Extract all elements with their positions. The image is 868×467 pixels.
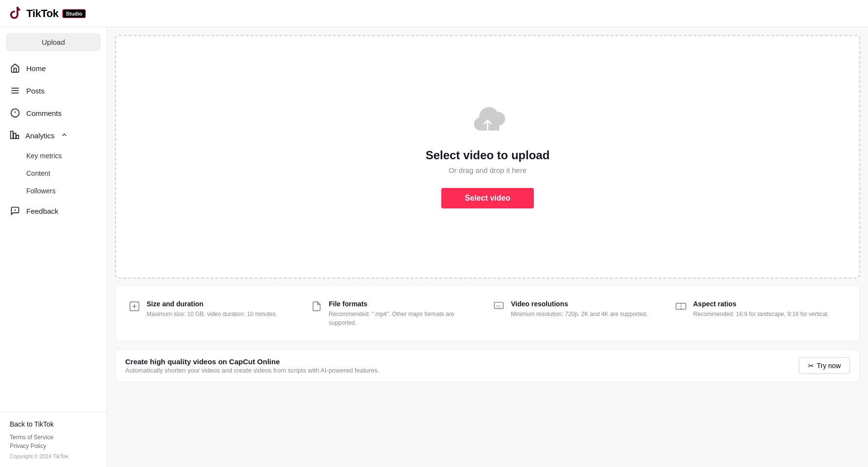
sidebar-item-feedback[interactable]: Feedback bbox=[0, 200, 107, 222]
analytics-icon bbox=[10, 130, 19, 141]
info-card-aspect-desc: Recommended: 16:9 for landscape, 9:16 fo… bbox=[693, 310, 829, 318]
terms-of-service-link[interactable]: Terms of Service bbox=[10, 434, 97, 441]
sidebar-footer: Back to TikTok Terms of Service Privacy … bbox=[0, 412, 107, 467]
sidebar-item-analytics[interactable]: Analytics bbox=[0, 124, 107, 147]
sidebar-item-home-label: Home bbox=[26, 64, 97, 73]
studio-badge: Studio bbox=[62, 9, 86, 18]
upload-dropzone[interactable]: Select video to upload Or drag and drop … bbox=[115, 35, 860, 279]
resolutions-icon: 720 bbox=[493, 301, 505, 313]
chevron-up-icon bbox=[60, 131, 68, 140]
info-card-aspect-content: Aspect ratios Recommended: 16:9 for land… bbox=[693, 300, 829, 318]
banner-text: Create high quality videos on CapCut Onl… bbox=[125, 357, 379, 374]
sidebar-item-comments-label: Comments bbox=[26, 109, 97, 117]
scissors-icon: ✂ bbox=[808, 362, 814, 370]
info-cards-container: Size and duration Maximum size: 10 GB, v… bbox=[115, 286, 860, 341]
banner-title: Create high quality videos on CapCut Onl… bbox=[125, 357, 379, 366]
back-to-tiktok-link[interactable]: Back to TikTok bbox=[10, 420, 97, 428]
logo-text: TikTok bbox=[26, 7, 58, 20]
info-card-size-title: Size and duration bbox=[147, 300, 277, 308]
sidebar-item-posts[interactable]: Posts bbox=[0, 79, 107, 102]
tiktok-logo-icon bbox=[8, 6, 23, 21]
info-card-resolutions: 720 Video resolutions Minimum resolution… bbox=[488, 296, 670, 331]
sidebar: Upload Home Posts bbox=[0, 27, 107, 467]
info-card-formats-title: File formats bbox=[329, 300, 482, 308]
svg-rect-7 bbox=[14, 133, 16, 139]
info-card-formats: File formats Recommended: ".mp4". Other … bbox=[305, 296, 488, 331]
info-card-resolutions-desc: Minimum resolution: 720p. 2K and 4K are … bbox=[511, 310, 648, 318]
home-icon bbox=[10, 63, 20, 74]
info-card-resolutions-content: Video resolutions Minimum resolution: 72… bbox=[511, 300, 648, 318]
sidebar-item-home[interactable]: Home bbox=[0, 57, 107, 79]
app-header: TikTok Studio bbox=[0, 0, 868, 27]
logo: TikTok Studio bbox=[8, 6, 86, 21]
sidebar-item-comments[interactable]: Comments bbox=[0, 102, 107, 124]
info-card-aspect: Aspect ratios Recommended: 16:9 for land… bbox=[670, 296, 852, 331]
analytics-submenu: Key metrics Content Followers bbox=[0, 147, 107, 200]
cloud-upload-icon bbox=[468, 105, 507, 139]
privacy-policy-link[interactable]: Privacy Policy bbox=[10, 443, 97, 449]
upload-button[interactable]: Upload bbox=[6, 33, 101, 51]
info-card-size: Size and duration Maximum size: 10 GB, v… bbox=[123, 296, 305, 331]
footer-links: Terms of Service Privacy Policy bbox=[10, 434, 97, 449]
upload-subtitle: Or drag and drop it here bbox=[449, 166, 527, 174]
info-card-formats-desc: Recommended: ".mp4". Other major formats… bbox=[329, 310, 482, 327]
posts-icon bbox=[10, 85, 20, 96]
upload-title: Select video to upload bbox=[426, 149, 550, 162]
svg-rect-8 bbox=[16, 135, 19, 139]
sidebar-item-posts-label: Posts bbox=[26, 87, 97, 95]
info-card-size-content: Size and duration Maximum size: 10 GB, v… bbox=[147, 300, 277, 318]
info-card-resolutions-title: Video resolutions bbox=[511, 300, 648, 308]
formats-icon bbox=[311, 301, 323, 313]
info-card-aspect-title: Aspect ratios bbox=[693, 300, 829, 308]
info-card-size-desc: Maximum size: 10 GB, video duration: 10 … bbox=[147, 310, 277, 318]
comments-icon bbox=[10, 108, 20, 118]
info-card-formats-content: File formats Recommended: ".mp4". Other … bbox=[329, 300, 482, 327]
select-video-button[interactable]: Select video bbox=[441, 188, 533, 208]
try-now-label: Try now bbox=[817, 362, 841, 370]
sidebar-item-content[interactable]: Content bbox=[0, 165, 107, 182]
copyright-text: Copyright © 2024 TikTok bbox=[10, 453, 97, 459]
sidebar-item-key-metrics[interactable]: Key metrics bbox=[0, 147, 107, 165]
sidebar-item-analytics-label: Analytics bbox=[25, 131, 55, 140]
capcut-banner: Create high quality videos on CapCut Onl… bbox=[115, 349, 860, 382]
sidebar-item-followers[interactable]: Followers bbox=[0, 182, 107, 200]
banner-subtitle: Automatically shorten your videos and cr… bbox=[125, 367, 379, 374]
main-content: Select video to upload Or drag and drop … bbox=[107, 27, 868, 467]
try-now-button[interactable]: ✂ Try now bbox=[799, 357, 850, 374]
svg-text:720: 720 bbox=[496, 305, 501, 308]
svg-rect-6 bbox=[11, 131, 13, 139]
aspect-icon bbox=[676, 301, 687, 313]
size-icon bbox=[129, 301, 141, 313]
feedback-icon bbox=[10, 205, 20, 216]
sidebar-section-analytics: Analytics Key metrics Content Followers bbox=[0, 124, 107, 200]
sidebar-item-feedback-label: Feedback bbox=[26, 207, 97, 215]
